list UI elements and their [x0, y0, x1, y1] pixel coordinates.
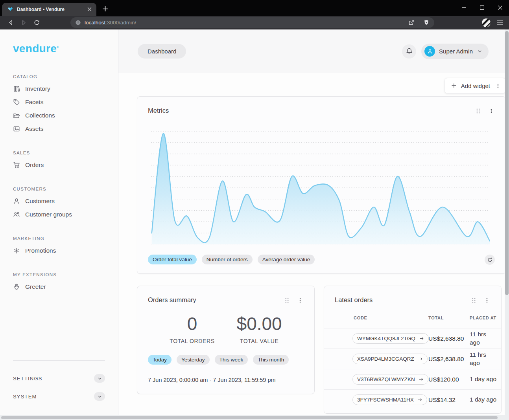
sidebar-item-customers[interactable]: Customers: [13, 198, 105, 205]
tab-title: Dashboard • Vendure: [17, 7, 83, 12]
column-header-code: CODE: [354, 315, 428, 320]
refresh-button[interactable]: [485, 255, 495, 265]
order-code: 3FY7FSCWSHMA11HX: [357, 397, 414, 403]
add-widget-menu-button[interactable]: [495, 83, 501, 89]
order-placed-at: 1 day ago: [470, 375, 502, 383]
tab-average-order-value[interactable]: Average order value: [258, 255, 315, 264]
order-code-link[interactable]: XSA9PD4LM3CGAQRZ: [352, 354, 428, 364]
range-this-week[interactable]: This week: [215, 355, 248, 365]
range-today[interactable]: Today: [148, 355, 172, 365]
url-host: localhost: [85, 20, 105, 26]
breadcrumb[interactable]: Dashboard: [138, 44, 186, 59]
kebab-menu-icon: [495, 83, 501, 89]
add-widget-button[interactable]: Add widget: [444, 78, 506, 94]
profile-avatar[interactable]: [481, 18, 491, 28]
reload-button[interactable]: [31, 18, 42, 28]
vendure-favicon-icon: [7, 6, 13, 13]
new-tab-button[interactable]: [101, 4, 109, 13]
site-info-icon[interactable]: [75, 20, 81, 26]
minimize-button[interactable]: [455, 0, 473, 15]
metrics-chart: [151, 131, 490, 244]
sidebar-item-label: Orders: [25, 161, 44, 169]
sidebar-item-settings: SETTINGS: [13, 376, 42, 381]
date-range-text: 7 Jun 2023, 0:00:00 am - 7 Jun 2023, 11:…: [148, 377, 314, 383]
order-row: 3FY7FSCWSHMA11HX US$14.32 1 day ago: [324, 389, 501, 410]
sidebar-item-collections[interactable]: Collections: [13, 112, 105, 119]
browser-tab[interactable]: Dashboard • Vendure: [2, 3, 96, 16]
vertical-scrollbar[interactable]: [505, 29, 509, 415]
latest-orders-widget: Latest orders: [324, 286, 502, 414]
tab-close-icon[interactable]: [86, 6, 92, 13]
kebab-menu-icon: [484, 297, 490, 303]
widget-title: Latest orders: [335, 296, 373, 304]
close-button[interactable]: [491, 0, 509, 15]
kebab-menu-icon: [489, 108, 494, 114]
url-text: localhost:3000/admin/: [85, 20, 136, 26]
kebab-menu-icon: [297, 297, 303, 303]
order-total: US$2,638.80: [428, 356, 470, 363]
order-code-link[interactable]: 3FY7FSCWSHMA11HX: [352, 394, 427, 405]
sidebar-item-orders[interactable]: Orders: [13, 161, 105, 169]
order-row: V3T6BW8ZQLWMYZKN US$120.00 1 day ago: [324, 369, 501, 389]
tab-order-total-value[interactable]: Order total value: [148, 255, 197, 264]
logo-trademark: ®: [57, 46, 59, 49]
settings-expand-button[interactable]: [94, 374, 105, 383]
maximize-button[interactable]: [473, 0, 491, 15]
widget-title: Orders summary: [148, 296, 196, 304]
order-code-link[interactable]: WYMGK4TQQ8JL2TGQ: [352, 333, 429, 344]
sidebar-item-customer-groups[interactable]: Customer groups: [13, 211, 105, 218]
total-value-label: TOTAL VALUE: [237, 338, 282, 344]
sidebar-item-inventory[interactable]: Inventory: [13, 85, 105, 92]
orders-summary-widget: Orders summary: [137, 286, 315, 394]
snowflake-icon: [13, 247, 20, 254]
order-placed-at: 11 hrs ago: [470, 330, 492, 346]
sidebar-item-assets[interactable]: Assets: [13, 125, 105, 132]
sidebar-item-label: Facets: [25, 99, 44, 106]
address-bar[interactable]: localhost:3000/admin/: [70, 17, 434, 28]
chevron-down-icon: [477, 48, 483, 54]
tab-number-of-orders[interactable]: Number of orders: [202, 255, 253, 264]
address-bar-separator: [419, 20, 419, 26]
total-orders-value: 0: [170, 313, 214, 334]
cart-icon: [13, 161, 20, 169]
sidebar-item-greeter[interactable]: Greeter: [13, 283, 105, 290]
range-this-month[interactable]: This month: [253, 355, 289, 365]
brave-shield-icon[interactable]: [423, 19, 430, 26]
system-expand-button[interactable]: [94, 392, 105, 401]
user-name: Super Admin: [439, 48, 473, 55]
chevron-down-icon: [97, 376, 102, 381]
vertical-scrollbar-thumb[interactable]: [505, 31, 509, 295]
notifications-button[interactable]: [402, 44, 416, 59]
widget-menu-button[interactable]: [297, 297, 303, 303]
forward-button[interactable]: [18, 18, 29, 28]
section-label-customers: CUSTOMERS: [13, 187, 105, 191]
user-menu[interactable]: Super Admin: [421, 44, 489, 59]
share-icon[interactable]: [408, 19, 415, 26]
horizontal-scrollbar-thumb[interactable]: [1, 416, 498, 419]
widget-menu-button[interactable]: [489, 108, 494, 114]
users-icon: [13, 211, 20, 218]
section-label-sales: SALES: [13, 150, 105, 155]
sidebar-item-facets[interactable]: Facets: [13, 99, 105, 106]
drag-handle-icon[interactable]: [476, 108, 481, 114]
sidebar: vendure® CATALOG Inventory Facets: [0, 29, 118, 420]
widget-title: Metrics: [148, 107, 169, 114]
order-code-link[interactable]: V3T6BW8ZQLWMYZKN: [352, 374, 428, 385]
menu-hamburger-icon[interactable]: [496, 20, 503, 26]
image-icon: [13, 125, 20, 132]
sidebar-item-label: Greeter: [25, 283, 46, 290]
range-yesterday[interactable]: Yesterday: [177, 355, 210, 365]
drag-handle-icon[interactable]: [284, 297, 290, 303]
order-row: WYMGK4TQQ8JL2TGQ US$2,638.80 11 hrs ago: [324, 328, 501, 348]
sidebar-item-promotions[interactable]: Promotions: [13, 247, 105, 254]
sidebar-item-system: SYSTEM: [13, 394, 37, 400]
arrow-right-icon: [419, 377, 424, 382]
drag-handle-icon[interactable]: [471, 297, 476, 303]
total-orders-label: TOTAL ORDERS: [170, 338, 214, 344]
order-code: XSA9PD4LM3CGAQRZ: [357, 356, 414, 362]
horizontal-scrollbar[interactable]: [0, 415, 509, 420]
sidebar-item-label: Collections: [25, 112, 55, 119]
order-total: US$2,638.80: [428, 335, 470, 342]
widget-menu-button[interactable]: [484, 297, 490, 303]
back-button[interactable]: [6, 18, 16, 28]
